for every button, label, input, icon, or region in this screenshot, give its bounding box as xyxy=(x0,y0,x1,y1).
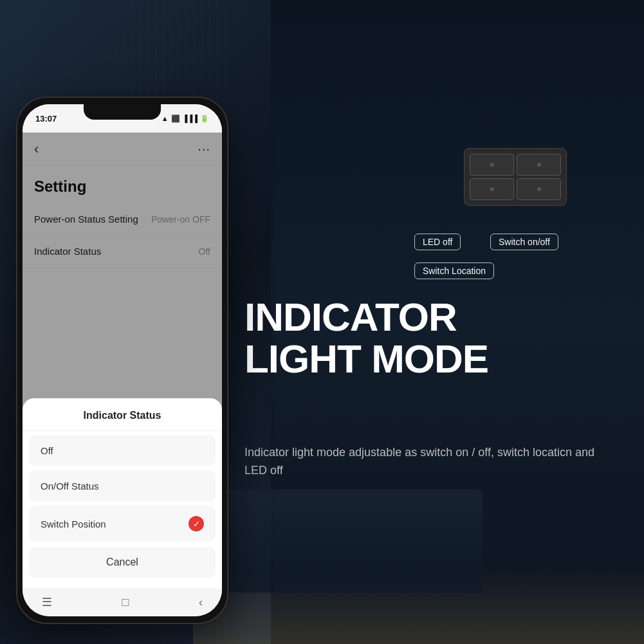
wifi-icon: ⬛ xyxy=(171,115,180,123)
modal-option-off-label: Off xyxy=(41,445,53,456)
switch-button-1 xyxy=(470,154,514,176)
modal-sheet: Indicator Status Off ✓ On/Off Status ✓ S… xyxy=(23,398,222,588)
phone: 13:07 ▲ ⬛ ▐▐▐ 🔋 ‹ ··· Setting Power-on S… xyxy=(16,97,228,624)
switch-button-2 xyxy=(517,154,561,176)
nav-home-icon[interactable]: □ xyxy=(122,596,129,609)
switch-button-4 xyxy=(517,178,561,200)
modal-option-position-label: Switch Position xyxy=(41,519,106,529)
phone-notch xyxy=(84,104,161,120)
modal-cancel-button[interactable]: Cancel xyxy=(29,547,216,578)
nav-back-icon[interactable]: ‹ xyxy=(199,596,203,609)
modal-option-onoff[interactable]: On/Off Status ✓ xyxy=(29,470,216,502)
battery-icon: 🔋 xyxy=(200,115,209,123)
status-time: 13:07 xyxy=(35,114,57,124)
switch-location-label: Switch Location xyxy=(414,262,494,279)
indicator-heading: INDICATOR LIGHT MODE xyxy=(244,296,631,380)
status-icons: ▲ ⬛ ▐▐▐ 🔋 xyxy=(161,115,209,123)
switch-button-3 xyxy=(470,178,514,200)
modal-option-onoff-label: On/Off Status xyxy=(41,481,99,492)
phone-screen: 13:07 ▲ ⬛ ▐▐▐ 🔋 ‹ ··· Setting Power-on S… xyxy=(23,104,222,616)
led-off-label: LED off xyxy=(414,234,461,250)
modal-option-position[interactable]: Switch Position ✓ xyxy=(29,506,216,542)
indicator-description: Indicator light mode adjustable as switc… xyxy=(244,444,618,480)
signal-icon: ▲ xyxy=(161,115,169,122)
nav-menu-icon[interactable]: ☰ xyxy=(42,595,52,609)
switch-onoff-label: Switch on/off xyxy=(490,234,558,250)
bars-icon: ▐▐▐ xyxy=(183,115,198,122)
phone-nav-bar: ☰ □ ‹ xyxy=(23,588,222,616)
app-content: ‹ ··· Setting Power-on Status Setting Po… xyxy=(23,133,222,588)
wall-switch-device xyxy=(464,148,567,206)
modal-option-off[interactable]: Off ✓ xyxy=(29,435,216,466)
sofa-silhouette xyxy=(225,490,483,593)
modal-overlay: Indicator Status Off ✓ On/Off Status ✓ S… xyxy=(23,133,222,588)
modal-title: Indicator Status xyxy=(23,398,222,431)
modal-option-position-check: ✓ xyxy=(189,516,204,531)
